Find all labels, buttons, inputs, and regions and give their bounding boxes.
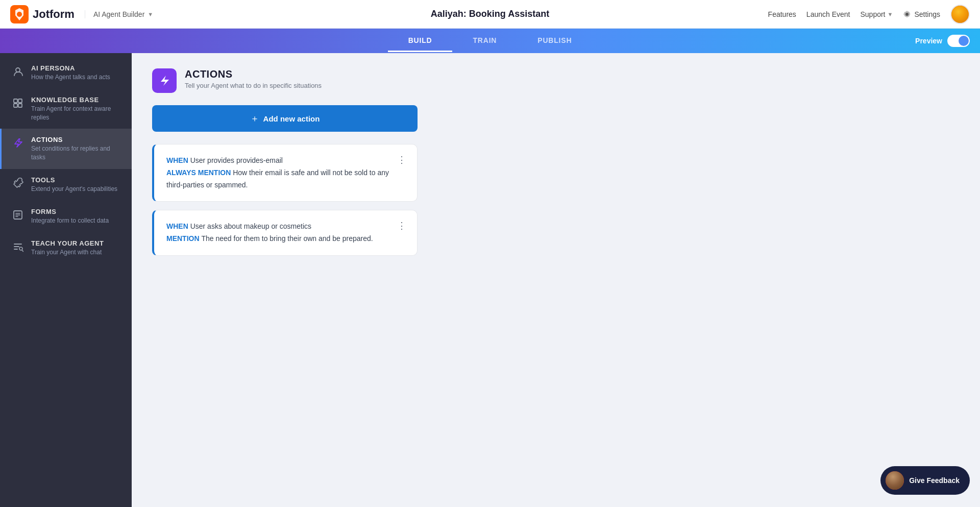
svg-point-1 — [17, 12, 22, 17]
page-title: Aaliyah: Booking Assistant — [431, 9, 549, 19]
toggle-knob — [959, 36, 969, 46]
user-avatar[interactable] — [950, 5, 970, 24]
when-keyword-2: WHEN — [166, 222, 190, 230]
tab-list: BUILD TRAIN PUBLISH — [388, 30, 593, 52]
teach-icon — [12, 240, 24, 253]
actions-section-header: ACTIONS Tell your Agent what to do in sp… — [152, 68, 960, 93]
three-dots-icon-1: ⋮ — [397, 154, 406, 165]
action-card-1-when-body: User provides provides-email — [190, 156, 283, 164]
mention-keyword-2: MENTION — [166, 234, 201, 243]
settings-label: Settings — [914, 10, 940, 18]
give-feedback-label: Give Feedback — [909, 476, 960, 485]
sidebar-item-tools-title: TOOLS — [31, 176, 117, 184]
action-card-2-text: WHEN User asks about makeup or cosmetics… — [166, 221, 405, 245]
forms-icon — [12, 209, 24, 221]
sidebar-item-tools-text: TOOLS Extend your Agent's capabilities — [31, 176, 117, 194]
sidebar-item-knowledge-base-desc: Train Agent for context aware replies — [31, 105, 121, 122]
actions-sidebar-icon — [12, 137, 24, 149]
sidebar-item-ai-persona-text: AI PERSONA How the Agent talks and acts — [31, 64, 110, 82]
header-right: Features Launch Event Support ▼ Settings — [768, 5, 970, 24]
tab-train[interactable]: TRAIN — [452, 30, 517, 52]
tools-icon — [12, 177, 24, 189]
avatar-image — [951, 6, 969, 23]
sidebar: AI PERSONA How the Agent talks and acts … — [0, 53, 132, 507]
sidebar-item-teach-title: TEACH YOUR AGENT — [31, 239, 104, 247]
svg-rect-6 — [18, 104, 22, 107]
logo-text: Jotform — [33, 8, 75, 21]
three-dots-icon-2: ⋮ — [397, 220, 406, 231]
sidebar-item-ai-persona[interactable]: AI PERSONA How the Agent talks and acts — [0, 57, 132, 89]
add-icon: ＋ — [250, 112, 259, 125]
actions-bolt-icon — [157, 74, 172, 88]
top-header: Jotform AI Agent Builder ▼ Aaliyah: Book… — [0, 0, 980, 29]
sidebar-item-knowledge-base-title: KNOWLEDGE BASE — [31, 96, 121, 104]
sidebar-item-teach-your-agent[interactable]: TEACH YOUR AGENT Train your Agent with c… — [0, 232, 132, 264]
sidebar-item-ai-persona-title: AI PERSONA — [31, 64, 110, 72]
action-card-2-when-body: User asks about makeup or cosmetics — [190, 222, 311, 230]
feedback-avatar — [886, 471, 904, 490]
action-card-2-mention-body: The need for them to bring their own and… — [201, 234, 373, 243]
sidebar-item-actions-text: ACTIONS Set conditions for replies and t… — [31, 136, 121, 162]
preview-toggle-switch[interactable] — [947, 35, 970, 47]
content-area: ACTIONS Tell your Agent what to do in sp… — [132, 53, 980, 507]
action-card-1: WHEN User provides provides-email ALWAYS… — [152, 144, 418, 202]
header-left: Jotform AI Agent Builder ▼ — [10, 5, 153, 23]
ai-persona-icon — [12, 65, 24, 78]
sidebar-item-forms-desc: Integrate form to collect data — [31, 216, 109, 225]
sidebar-item-knowledge-base[interactable]: KNOWLEDGE BASE Train Agent for context a… — [0, 89, 132, 129]
ai-agent-builder-dropdown[interactable]: AI Agent Builder ▼ — [85, 10, 153, 18]
actions-section-subtitle: Tell your Agent what to do in specific s… — [185, 82, 322, 89]
feedback-avatar-image — [886, 471, 904, 490]
always-mention-keyword-1: ALWAYS MENTION — [166, 168, 233, 177]
action-card-2-menu-button[interactable]: ⋮ — [395, 219, 409, 233]
svg-rect-4 — [18, 99, 22, 103]
sidebar-item-knowledge-base-text: KNOWLEDGE BASE Train Agent for context a… — [31, 96, 121, 122]
give-feedback-button[interactable]: Give Feedback — [880, 466, 970, 495]
nav-support-dropdown[interactable]: Support ▼ — [860, 10, 893, 18]
svg-rect-3 — [14, 99, 17, 103]
tab-publish[interactable]: PUBLISH — [517, 30, 592, 52]
when-keyword-1: WHEN — [166, 156, 190, 164]
nav-launch-link[interactable]: Launch Event — [806, 10, 850, 18]
svg-rect-5 — [14, 104, 17, 107]
actions-section-title: ACTIONS — [185, 68, 322, 80]
sidebar-item-actions-desc: Set conditions for replies and tasks — [31, 144, 121, 162]
action-card-1-menu-button[interactable]: ⋮ — [395, 153, 409, 167]
ai-agent-builder-label: AI Agent Builder — [93, 10, 144, 18]
sidebar-item-forms-text: FORMS Integrate form to collect data — [31, 208, 109, 225]
gear-icon — [903, 10, 911, 18]
support-chevron-icon: ▼ — [888, 11, 893, 17]
nav-features-link[interactable]: Features — [768, 10, 796, 18]
action-card-2: WHEN User asks about makeup or cosmetics… — [152, 210, 418, 256]
sidebar-item-tools-desc: Extend your Agent's capabilities — [31, 185, 117, 194]
action-card-1-text: WHEN User provides provides-email ALWAYS… — [166, 155, 405, 191]
tab-bar: BUILD TRAIN PUBLISH Preview — [0, 29, 980, 53]
settings-button[interactable]: Settings — [903, 10, 940, 18]
actions-title-block: ACTIONS Tell your Agent what to do in sp… — [185, 68, 322, 89]
sidebar-item-forms-title: FORMS — [31, 208, 109, 215]
logo[interactable]: Jotform — [10, 5, 75, 23]
sidebar-item-forms[interactable]: FORMS Integrate form to collect data — [0, 201, 132, 232]
nav-support-label: Support — [860, 10, 885, 18]
svg-point-2 — [16, 68, 20, 72]
sidebar-item-actions[interactable]: ACTIONS Set conditions for replies and t… — [0, 129, 132, 169]
chevron-down-icon: ▼ — [148, 11, 153, 17]
main-layout: AI PERSONA How the Agent talks and acts … — [0, 53, 980, 507]
svg-point-11 — [19, 247, 22, 250]
sidebar-item-actions-title: ACTIONS — [31, 136, 121, 143]
sidebar-item-ai-persona-desc: How the Agent talks and acts — [31, 73, 110, 82]
preview-toggle[interactable]: Preview — [915, 35, 970, 47]
knowledge-base-icon — [12, 97, 24, 109]
sidebar-item-tools[interactable]: TOOLS Extend your Agent's capabilities — [0, 169, 132, 201]
sidebar-item-teach-desc: Train your Agent with chat — [31, 248, 104, 257]
sidebar-item-teach-text: TEACH YOUR AGENT Train your Agent with c… — [31, 239, 104, 257]
preview-label: Preview — [915, 37, 942, 45]
add-button-label: Add new action — [263, 114, 320, 123]
actions-section-icon-box — [152, 68, 177, 93]
tab-build[interactable]: BUILD — [388, 30, 453, 52]
add-new-action-button[interactable]: ＋ Add new action — [152, 105, 418, 132]
